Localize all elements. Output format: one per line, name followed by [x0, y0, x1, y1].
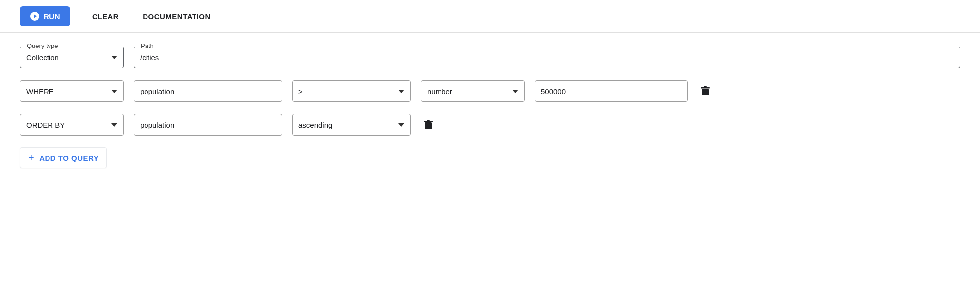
query-builder: Query type Collection Path WHERE > numbe… [0, 33, 980, 188]
path-label: Path [139, 42, 156, 49]
chevron-down-icon [111, 56, 117, 59]
query-type-value: Collection [26, 53, 59, 62]
query-type-field: Query type Collection [20, 47, 124, 68]
where-operator-value: > [298, 87, 303, 95]
svg-rect-6 [424, 121, 433, 122]
svg-rect-7 [427, 120, 430, 121]
orderby-direction-value: ascending [298, 121, 332, 129]
clear-button[interactable]: CLEAR [90, 9, 121, 24]
svg-rect-5 [425, 122, 432, 129]
run-label: RUN [44, 12, 60, 21]
svg-rect-3 [701, 87, 710, 89]
plus-icon: + [28, 153, 34, 163]
orderby-clause-value: ORDER BY [26, 121, 65, 129]
query-header-row: Query type Collection Path [20, 47, 960, 68]
orderby-field-input-wrap[interactable] [134, 114, 282, 136]
chevron-down-icon [111, 123, 117, 127]
orderby-field-input[interactable] [140, 121, 276, 129]
delete-orderby-button[interactable] [421, 114, 436, 136]
path-input[interactable] [140, 53, 954, 62]
where-clause-select[interactable]: WHERE [20, 80, 124, 102]
play-icon [30, 11, 40, 21]
chevron-down-icon [398, 90, 404, 93]
where-field-input[interactable] [140, 87, 276, 95]
where-clause-value: WHERE [26, 87, 54, 95]
where-value-input[interactable] [541, 87, 682, 95]
orderby-row: ORDER BY ascending [20, 114, 960, 136]
delete-where-button[interactable] [698, 80, 713, 102]
trash-icon [701, 86, 710, 96]
svg-rect-4 [704, 86, 707, 87]
chevron-down-icon [512, 90, 518, 93]
where-type-value: number [427, 87, 452, 95]
trash-icon [424, 120, 433, 130]
orderby-direction-select[interactable]: ascending [292, 114, 411, 136]
chevron-down-icon [111, 90, 117, 93]
where-operator-select[interactable]: > [292, 80, 411, 102]
where-value-input-wrap[interactable] [535, 80, 688, 102]
where-row: WHERE > number [20, 80, 960, 102]
where-field-input-wrap[interactable] [134, 80, 282, 102]
add-to-query-button[interactable]: + ADD TO QUERY [20, 147, 107, 168]
toolbar: RUN CLEAR DOCUMENTATION [0, 0, 980, 33]
where-type-select[interactable]: number [421, 80, 525, 102]
query-type-select[interactable]: Collection [20, 47, 124, 68]
path-field: Path [134, 47, 960, 68]
add-to-query-label: ADD TO QUERY [39, 154, 98, 162]
svg-rect-2 [702, 89, 709, 95]
chevron-down-icon [398, 123, 404, 127]
documentation-button[interactable]: DOCUMENTATION [141, 9, 213, 24]
run-button[interactable]: RUN [20, 6, 70, 26]
query-type-label: Query type [25, 42, 60, 49]
path-input-wrap[interactable] [134, 47, 960, 68]
orderby-clause-select[interactable]: ORDER BY [20, 114, 124, 136]
